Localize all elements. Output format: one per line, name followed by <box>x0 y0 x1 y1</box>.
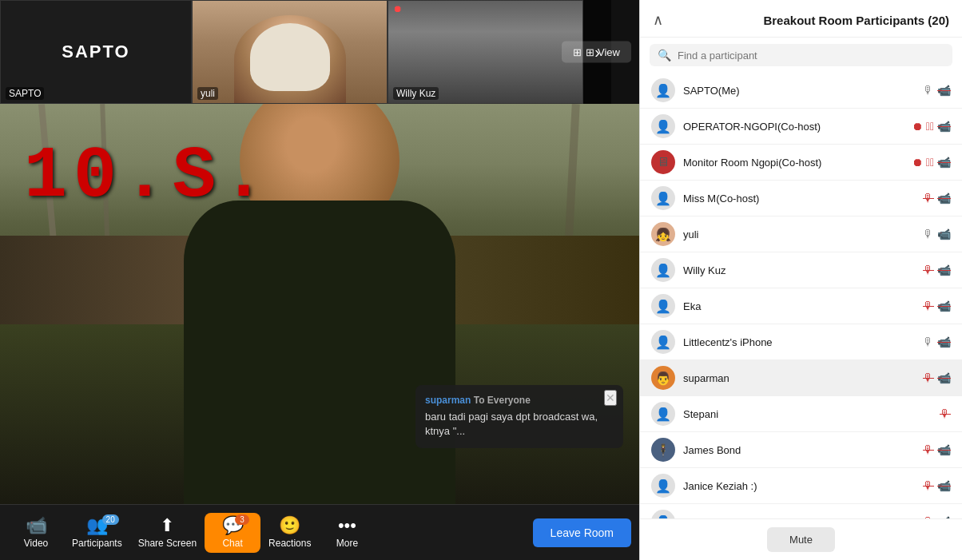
sidebar-footer: Mute <box>640 518 962 560</box>
video-label: Video <box>24 538 48 549</box>
participant-name: Miss M(Co-host) <box>683 193 915 205</box>
avatar: 👨 <box>651 366 675 390</box>
participants-button[interactable]: 👥 20 Participants <box>64 513 130 553</box>
avatar: 👤 <box>651 186 675 210</box>
participant-name: SAPTO(Me) <box>683 85 915 97</box>
mic-muted-icon: 🎙 <box>923 371 934 384</box>
participant-name: Willy Kuz <box>683 264 915 276</box>
participant-controls: ⏺🎙̶📹 <box>912 156 951 169</box>
participant-item[interactable]: 👤OPERATOR-NGOPI(Co-host)⏺🎙̶📹 <box>640 109 962 145</box>
mic-muted-icon: 🎙 <box>923 479 934 492</box>
sidebar-title: Breakout Room Participants (20) <box>763 14 949 27</box>
reactions-label: Reactions <box>268 538 311 549</box>
share-screen-label: Share Screen <box>138 538 197 549</box>
participant-controls: 🎙 <box>940 407 951 420</box>
thumb-yuli[interactable]: yuli <box>192 0 388 104</box>
toolbar: 📹 Video 👥 20 Participants ⬆ Share Screen… <box>0 504 639 560</box>
participant-item[interactable]: 👨suparman🎙📹 <box>640 360 962 396</box>
participant-item[interactable]: 🕴James Bond🎙📹 <box>640 432 962 468</box>
view-button[interactable]: ⊞ ⊞ View <box>562 42 631 63</box>
share-screen-button[interactable]: ⬆ Share Screen <box>130 513 205 553</box>
willy-recording: ⏺ <box>393 4 402 14</box>
share-screen-icon: ⬆ <box>160 517 174 534</box>
mic-on-icon: 🎙 <box>923 84 934 97</box>
reactions-icon: 🙂 <box>279 517 300 534</box>
avatar: 👤 <box>651 294 675 318</box>
participant-controls: 🎙📹 <box>923 479 951 492</box>
cam-muted-icon: 📹 <box>937 120 951 133</box>
participant-controls: 🎙📹 <box>923 371 951 384</box>
video-button[interactable]: 📹 Video <box>8 513 64 553</box>
avatar: 👤 <box>651 114 675 138</box>
video-icon: 📹 <box>26 517 47 534</box>
leave-room-button[interactable]: Leave Room <box>533 518 631 547</box>
participant-item[interactable]: 👤Andy Kusmanto🎙📹 <box>640 504 962 518</box>
avatar: 👤 <box>651 474 675 498</box>
mic-muted-icon: 🎙̶ <box>926 156 934 169</box>
participant-item[interactable]: 👤Willy Kuz🎙📹 <box>640 252 962 288</box>
view-label: ⊞ View <box>586 46 620 58</box>
participant-item[interactable]: 👤Miss M(Co-host)🎙📹 <box>640 181 962 216</box>
participant-controls: ⏺🎙̶📹 <box>912 120 951 133</box>
search-box[interactable]: 🔍 <box>650 44 952 66</box>
participant-name: OPERATOR-NGOPI(Co-host) <box>683 121 904 133</box>
participant-item[interactable]: 👤Stepani🎙 <box>640 396 962 432</box>
reactions-button[interactable]: 🙂 Reactions <box>260 513 319 553</box>
cam-muted-icon: 📹 <box>937 84 951 97</box>
cam-on-icon: 📹 <box>937 228 951 240</box>
participant-controls: 🎙📹 <box>923 443 951 456</box>
mic-on-icon: 🎙 <box>923 336 934 348</box>
search-input[interactable] <box>678 50 944 62</box>
participant-controls: 🎙📹 <box>923 228 951 240</box>
avatar: 👤 <box>651 402 675 426</box>
main-area: SAPTO SAPTO yuli ⏺ Willy Kuz › ⊞ ⊞ View <box>0 0 639 560</box>
participant-controls: 🎙📹 <box>923 192 951 205</box>
participant-item[interactable]: 👧yuli🎙📹 <box>640 216 962 252</box>
chat-message: baru tadi pagi saya dpt broadcast wa, kt… <box>425 410 614 439</box>
chat-close-button[interactable]: ✕ <box>604 390 617 406</box>
thumb-willy[interactable]: ⏺ Willy Kuz <box>388 0 583 104</box>
mic-muted-icon: 🎙 <box>923 300 934 312</box>
sidebar-collapse-button[interactable]: ∧ <box>653 11 663 29</box>
avatar: 👤 <box>651 330 675 354</box>
cam-muted-icon: 📹 <box>937 156 951 169</box>
participant-controls: 🎙📹 <box>923 336 951 348</box>
main-video: 10.S. ✕ suparman To Everyone baru tadi p… <box>0 104 639 504</box>
thumb-sapto[interactable]: SAPTO SAPTO <box>0 0 192 104</box>
sapto-label: SAPTO <box>6 87 44 100</box>
participant-name: Eka <box>683 300 915 312</box>
more-button[interactable]: ••• More <box>319 513 375 553</box>
mic-muted-icon: 🎙 <box>940 407 951 420</box>
cam-muted-icon: 📹 <box>937 443 951 456</box>
chat-badge: 3 <box>235 514 249 525</box>
participants-badge: 20 <box>102 514 119 525</box>
chat-button[interactable]: 💬 3 Chat <box>205 513 260 553</box>
more-label: More <box>336 538 358 549</box>
countdown-display: 10.S. <box>24 136 272 217</box>
participant-name: Janice Keziah :) <box>683 480 915 492</box>
participant-name: yuli <box>683 228 915 240</box>
chat-to: To Everyone <box>474 395 531 406</box>
participant-item[interactable]: 👤Janice Keziah :)🎙📹 <box>640 468 962 504</box>
cam-muted-icon: 📹 <box>937 336 951 348</box>
participant-name: suparman <box>683 372 915 384</box>
cam-muted-icon: 📹 <box>937 264 951 276</box>
participant-item[interactable]: 👤SAPTO(Me)🎙📹 <box>640 73 962 109</box>
cam-muted-icon: 📹 <box>937 371 951 384</box>
participant-name: Monitor Room Ngopi(Co-host) <box>683 157 904 169</box>
mic-muted-icon: 🎙̶ <box>926 120 934 133</box>
participants-label: Participants <box>72 538 122 549</box>
participant-name: Littlecentz's iPhone <box>683 336 915 348</box>
mic-on-icon: 🎙 <box>923 228 934 240</box>
search-icon: 🔍 <box>658 49 671 62</box>
participant-item[interactable]: 👤Eka🎙📹 <box>640 288 962 324</box>
participant-item[interactable]: 👤Littlecentz's iPhone🎙📹 <box>640 324 962 360</box>
participant-item[interactable]: 🖥Monitor Room Ngopi(Co-host)⏺🎙̶📹 <box>640 145 962 181</box>
participant-name: Stepani <box>683 408 932 420</box>
record-icon: ⏺ <box>912 156 923 169</box>
mic-muted-icon: 🎙 <box>923 264 934 276</box>
chat-sender: suparman <box>425 395 471 406</box>
mute-all-button[interactable]: Mute <box>767 527 835 552</box>
participants-list: 👤SAPTO(Me)🎙📹👤OPERATOR-NGOPI(Co-host)⏺🎙̶📹… <box>640 73 962 518</box>
participant-controls: 🎙📹 <box>923 264 951 276</box>
